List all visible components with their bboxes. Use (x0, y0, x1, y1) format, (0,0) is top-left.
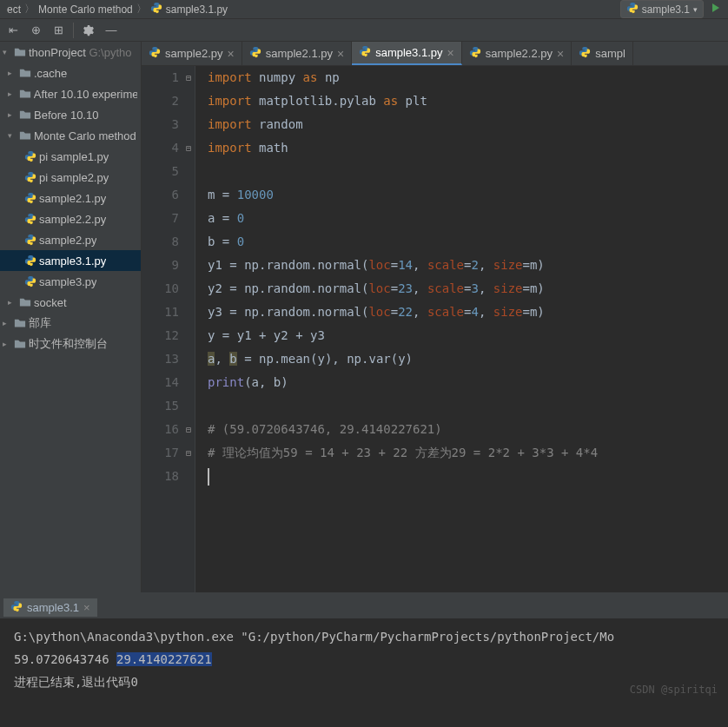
run-panel: sample3.1 × G:\python\Anaconda3\python.e… (0, 592, 728, 727)
tree-item[interactable]: ▸After 10.10 experime (0, 83, 141, 104)
tree-item[interactable]: ▸部库 (0, 313, 141, 334)
close-tab-button[interactable]: × (337, 47, 344, 61)
py-icon (249, 46, 261, 61)
tree-item[interactable]: ▾Monte Carlo method (0, 125, 141, 146)
tree-item[interactable]: ▸.cache (0, 63, 141, 83)
folder-icon (19, 296, 31, 308)
py-icon (579, 46, 591, 61)
lib-icon (14, 317, 26, 329)
breadcrumb-part[interactable]: ect (7, 3, 21, 16)
close-tab-button[interactable]: × (447, 46, 454, 60)
close-tab-button[interactable]: × (557, 47, 564, 61)
folder-icon (19, 88, 31, 100)
tree-item[interactable]: ▸时文件和控制台 (0, 334, 141, 354)
py-icon (24, 150, 36, 162)
tree-item[interactable]: sample2.py (0, 229, 141, 250)
run-button[interactable] (711, 3, 721, 16)
py-icon (24, 234, 36, 246)
tree-item[interactable]: sample3.py (0, 271, 141, 292)
gutter[interactable]: 1⊟234⊟5678910111213141516⊟17⊟18 (142, 66, 195, 592)
close-tab-button[interactable]: × (83, 601, 90, 614)
separator (73, 23, 74, 38)
scratch-icon (14, 338, 26, 350)
py-icon (24, 171, 36, 183)
collapse-all-button[interactable]: ⇤ (3, 21, 23, 40)
breadcrumb: ect 〉 Monte Carlo method 〉 sample3.1.py … (0, 0, 728, 19)
py-icon (24, 275, 36, 287)
py-icon (359, 45, 371, 60)
tree-item[interactable]: ▸Before 10.10 (0, 104, 141, 125)
project-tree[interactable]: ▾thonProject G:\pytho▸.cache▸After 10.10… (0, 42, 142, 592)
console-output[interactable]: G:\python\Anaconda3\python.exe "G:/pytho… (0, 618, 728, 727)
tree-item[interactable]: ▸socket (0, 292, 141, 313)
tree-item[interactable]: sample2.2.py (0, 208, 141, 229)
tree-item[interactable]: sample2.1.py (0, 188, 141, 208)
run-tab[interactable]: sample3.1 × (3, 598, 97, 617)
tree-item[interactable]: pi sample2.py (0, 167, 141, 188)
tree-item[interactable]: sample3.1.py (0, 250, 141, 271)
close-tab-button[interactable]: × (227, 47, 234, 61)
tree-item[interactable]: pi sample1.py (0, 146, 141, 167)
tree-item[interactable]: ▾thonProject G:\pytho (0, 42, 141, 63)
project-toolbar: ⇤ ⊕ ⊞ — (0, 19, 728, 42)
folder-icon (19, 129, 31, 142)
run-config-selector[interactable]: sample3.1 ▾ (620, 0, 704, 18)
settings-button[interactable] (79, 21, 98, 40)
chevron-right-icon: 〉 (136, 2, 147, 17)
code-editor[interactable]: 1⊟234⊟5678910111213141516⊟17⊟18 import n… (142, 66, 728, 592)
project-icon (14, 46, 26, 58)
py-icon (150, 2, 162, 17)
watermark: CSDN @spiritqi (630, 678, 718, 701)
select-opened-button[interactable]: ⊞ (49, 21, 68, 40)
folder-icon (19, 109, 31, 121)
py-icon (149, 46, 161, 61)
code-content[interactable]: import numpy as npimport matplotlib.pyla… (195, 66, 728, 592)
py-icon (24, 192, 36, 204)
breadcrumb-file[interactable]: sample3.1.py (166, 3, 228, 16)
editor-tab[interactable]: sample2.2.py× (462, 42, 572, 65)
py-icon (469, 46, 481, 61)
editor-tab[interactable]: sample3.1.py× (352, 42, 462, 65)
chevron-right-icon: 〉 (24, 2, 35, 17)
folder-icon (19, 67, 31, 79)
py-icon (10, 600, 23, 615)
py-icon (24, 213, 36, 225)
editor-tab[interactable]: sample2.py× (142, 42, 242, 65)
py-icon (626, 2, 639, 17)
chevron-down-icon: ▾ (693, 5, 698, 14)
expand-all-button[interactable]: ⊕ (26, 21, 45, 40)
editor-tab[interactable]: sampl (572, 42, 633, 65)
py-icon (24, 254, 36, 267)
editor-tabs: sample2.py×sample2.1.py×sample3.1.py×sam… (142, 42, 728, 66)
breadcrumb-part[interactable]: Monte Carlo method (38, 3, 133, 16)
editor-tab[interactable]: sample2.1.py× (242, 42, 353, 65)
hide-button[interactable]: — (102, 21, 121, 40)
